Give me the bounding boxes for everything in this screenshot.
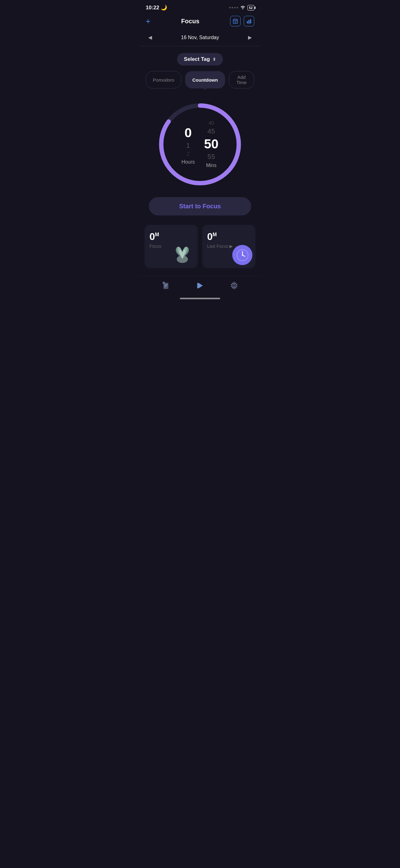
- svg-rect-17: [164, 284, 167, 285]
- battery-icon: 52: [247, 5, 254, 10]
- clock-svg: [236, 249, 249, 261]
- moon-icon: 🌙: [161, 5, 167, 10]
- status-icons: 52: [229, 5, 254, 10]
- svg-rect-5: [247, 21, 248, 23]
- start-button-container: Start to Focus: [139, 197, 261, 225]
- wifi-icon: [240, 5, 245, 10]
- svg-text:✓: ✓: [163, 282, 164, 284]
- mins-column: 40 45 50 55 Mins: [204, 120, 219, 168]
- prev-date-button[interactable]: ◀: [146, 33, 155, 41]
- home-indicator: [139, 295, 261, 301]
- mins-above-top: 40: [208, 120, 214, 126]
- header-icons: 16: [230, 16, 254, 26]
- timer-display: 0 1 2 Hours 40 45 50 55 Mins: [157, 101, 243, 188]
- hours-label: Hours: [181, 159, 195, 165]
- lotus-icon: [170, 242, 195, 265]
- tasks-nav-icon: ✓: [162, 282, 170, 291]
- last-focus-value: 0M: [207, 231, 251, 243]
- tab-addtime[interactable]: Add Time: [229, 71, 254, 89]
- tab-countdown[interactable]: Countdown: [185, 71, 225, 89]
- timer-circle[interactable]: 0 1 2 Hours 40 45 50 55 Mins: [157, 101, 243, 188]
- clock-icon-container: [232, 245, 253, 265]
- focus-nav-icon: [196, 282, 204, 291]
- signal-icon: [229, 7, 238, 8]
- mins-main: 50: [204, 136, 219, 152]
- svg-point-24: [233, 285, 235, 287]
- hours-below2: 2: [187, 151, 190, 157]
- bottom-navigation: ✓: [139, 276, 261, 295]
- calendar-button[interactable]: 16: [230, 16, 241, 26]
- nav-settings[interactable]: [225, 280, 243, 293]
- nav-tasks[interactable]: ✓: [157, 280, 175, 293]
- timer-scroll[interactable]: 0 1 2 Hours 40 45 50 55 Mins: [157, 120, 243, 168]
- home-bar: [180, 298, 220, 299]
- mins-below: 55: [207, 153, 215, 161]
- select-tag-button[interactable]: Select Tag ⬍: [177, 53, 223, 65]
- hours-column: 0 1 2 Hours: [181, 124, 195, 165]
- clock-circle: [232, 245, 253, 265]
- today-focus-value: 0M: [149, 231, 193, 243]
- svg-point-15: [242, 254, 243, 256]
- svg-rect-18: [164, 285, 167, 286]
- hours-main: 0: [185, 125, 192, 140]
- svg-rect-6: [249, 20, 249, 23]
- timer-circle-container: 0 1 2 Hours 40 45 50 55 Mins: [139, 95, 261, 197]
- mins-label: Mins: [206, 163, 216, 168]
- date-navigation: ◀ 16 Nov, Saturday ▶: [139, 30, 261, 46]
- status-bar: 10:22 🌙 52: [139, 0, 261, 13]
- svg-text:16: 16: [234, 21, 237, 23]
- svg-rect-19: [164, 286, 166, 287]
- current-date: 16 Nov, Saturday: [181, 35, 219, 40]
- status-time: 10:22 🌙: [146, 4, 167, 11]
- stats-cards: 0M Focus 0M Last Focus ▶: [139, 225, 261, 276]
- today-focus-card: 0M Focus: [144, 225, 198, 268]
- svg-rect-23: [197, 283, 198, 288]
- next-date-button[interactable]: ▶: [245, 33, 254, 41]
- hours-below: 1: [186, 142, 190, 150]
- add-button[interactable]: +: [146, 17, 151, 26]
- start-focus-button[interactable]: Start to Focus: [149, 197, 251, 215]
- select-tag-label: Select Tag: [184, 56, 210, 62]
- chart-button[interactable]: [244, 16, 254, 26]
- tag-arrow-icon: ⬍: [212, 57, 216, 62]
- svg-marker-22: [198, 283, 203, 288]
- last-focus-card[interactable]: 0M Last Focus ▶: [202, 225, 256, 268]
- nav-focus[interactable]: [191, 280, 209, 293]
- chart-icon: [246, 18, 252, 24]
- svg-rect-7: [250, 19, 251, 23]
- mins-above: 45: [207, 127, 215, 135]
- settings-nav-icon: [230, 282, 238, 291]
- header: + Focus 16: [139, 13, 261, 30]
- timer-mode-tabs: Pomodoro Countdown Add Time: [139, 71, 261, 95]
- tab-pomodoro[interactable]: Pomodoro: [146, 71, 181, 89]
- tag-selector-container: Select Tag ⬍: [139, 46, 261, 71]
- page-title: Focus: [181, 18, 199, 25]
- calendar-icon: 16: [233, 18, 238, 24]
